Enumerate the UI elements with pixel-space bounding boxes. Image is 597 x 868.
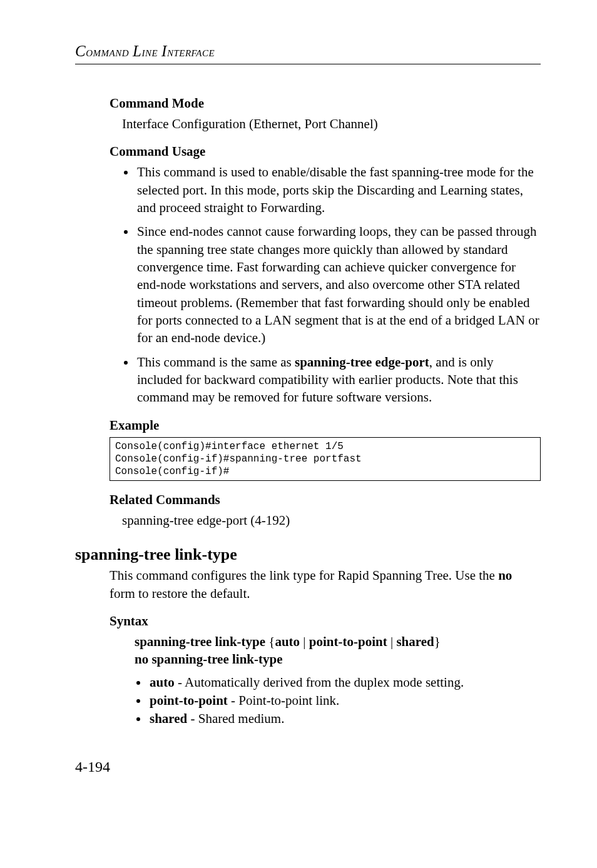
syntax-options-list: auto - Automatically derived from the du… [110, 674, 541, 729]
section-spanning-tree-link-type: This command configures the link type fo… [110, 567, 541, 729]
syntax-block: spanning-tree link-type {auto | point-to… [135, 633, 541, 669]
text-bold: shared [396, 634, 434, 649]
text-related-commands: spanning-tree edge-port (4-192) [122, 512, 541, 529]
text-fragment: This command is the same as [137, 355, 295, 370]
syntax-line: no spanning-tree link-type [135, 650, 541, 668]
text-fragment: This command configures the link type fo… [110, 568, 498, 583]
command-title-spanning-tree-link-type: spanning-tree link-type [75, 545, 541, 564]
list-item: This command is the same as spanning-tre… [136, 353, 541, 406]
text-bold: auto [275, 634, 300, 649]
heading-command-usage: Command Usage [110, 144, 541, 159]
text-fragment: form to restore the default. [110, 586, 250, 601]
text-fragment: | [387, 634, 397, 649]
heading-command-mode: Command Mode [110, 96, 541, 111]
text-fragment: | [300, 634, 309, 649]
list-item: point-to-point - Point-to-point link. [148, 692, 541, 710]
text-intro: This command configures the link type fo… [110, 567, 541, 602]
code-example: Console(config)#interface ethernet 1/5 C… [110, 437, 541, 481]
list-item: This command is used to enable/disable t… [136, 163, 541, 216]
heading-related-commands: Related Commands [110, 492, 541, 508]
text-bold: auto [150, 675, 175, 690]
text-bold: shared [150, 711, 187, 726]
text-fragment: } [434, 634, 441, 649]
heading-syntax: Syntax [110, 613, 541, 629]
command-usage-list: This command is used to enable/disable t… [110, 163, 541, 406]
heading-example: Example [110, 418, 541, 433]
page-number: 4-194 [75, 759, 541, 775]
text-fragment: - Automatically derived from the duplex … [175, 675, 464, 690]
text-bold: point-to-point [150, 693, 228, 708]
list-item: auto - Automatically derived from the du… [148, 674, 541, 692]
text-bold: spanning-tree edge-port [295, 355, 429, 370]
text-fragment: - Shared medium. [187, 711, 284, 726]
text-bold: no [498, 568, 512, 583]
list-item: Since end-nodes cannot cause forwarding … [136, 223, 541, 346]
text-fragment: - Point-to-point link. [228, 693, 340, 708]
running-header: Command Line Interface [75, 43, 541, 64]
list-item: shared - Shared medium. [148, 710, 541, 728]
section-command-mode: Command Mode Interface Configuration (Et… [110, 96, 541, 529]
syntax-line: spanning-tree link-type {auto | point-to… [135, 633, 541, 650]
text-fragment: { [265, 634, 275, 649]
text-bold: point-to-point [309, 634, 387, 649]
text-bold: spanning-tree link-type [135, 634, 265, 649]
page: Command Line Interface Command Mode Inte… [0, 0, 597, 800]
text-command-mode: Interface Configuration (Ethernet, Port … [122, 115, 541, 133]
